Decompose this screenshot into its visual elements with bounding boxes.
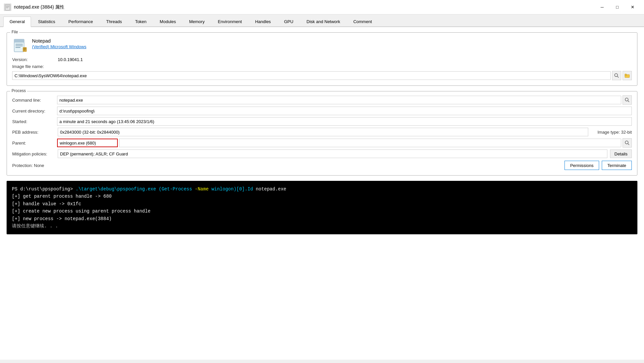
terminal-chinese: 请按任意键继续. . .	[12, 223, 58, 229]
current-dir-label: Current directory:	[12, 109, 55, 114]
terminal-line-6: 请按任意键继续. . .	[12, 222, 632, 230]
terminal-line-1: PS d:\rust\ppspoofing> .\target\debug\pp…	[12, 185, 632, 193]
image-file-folder-button[interactable]	[623, 71, 632, 80]
file-section-label: File	[10, 30, 19, 34]
command-line-row: Command line:	[12, 95, 632, 105]
version-value: 10.0.19041.1	[58, 57, 83, 62]
started-input[interactable]	[57, 117, 632, 126]
svg-rect-12	[23, 50, 25, 50]
terminal-line-2: [+] get parent process handle -> 680	[12, 193, 632, 200]
current-dir-row: Current directory:	[12, 107, 632, 115]
terminal-line-3: [+] handle value -> 0x1fc	[12, 200, 632, 208]
image-file-name-row: Image file name:	[12, 64, 632, 69]
folder-icon	[625, 73, 630, 78]
tab-threads[interactable]: Threads	[100, 16, 128, 26]
image-file-name-input[interactable]	[12, 71, 611, 80]
mitigation-label: Mitigation policies:	[12, 151, 55, 156]
parent-search-button[interactable]	[623, 138, 632, 148]
tab-gpu[interactable]: GPU	[278, 16, 300, 26]
terminal-info-3: [+] handle value -> 0x1fc	[12, 201, 81, 207]
tab-general[interactable]: General	[3, 16, 31, 27]
image-file-name-label: Image file name:	[12, 64, 55, 69]
terminal-get-process: (Get-Process	[159, 186, 195, 192]
file-app-icon	[12, 38, 28, 54]
peb-row: PEB address: Image type: 32-bit	[12, 128, 632, 136]
svg-rect-0	[5, 5, 10, 10]
svg-rect-5	[14, 39, 24, 43]
terminal-cmd-exe: .\target\debug\ppspoofing.exe	[76, 186, 159, 192]
tab-disk-and-network[interactable]: Disk and Network	[300, 16, 346, 26]
started-row: Started:	[12, 117, 632, 126]
tab-statistics[interactable]: Statistics	[32, 16, 61, 26]
tab-bar: General Statistics Performance Threads T…	[0, 15, 644, 27]
svg-point-20	[625, 141, 628, 144]
protection-label: Protection: None	[12, 163, 44, 168]
search-icon	[625, 140, 630, 146]
terminal-ps-prompt: PS d:\rust\ppspoofing>	[12, 186, 76, 192]
close-button[interactable]: ✕	[625, 2, 640, 13]
file-info: Notepad (Verified) Microsoft Windows	[32, 38, 86, 49]
protection-row: Protection: None Permissions Terminate	[12, 161, 632, 170]
command-line-input[interactable]	[57, 96, 621, 104]
svg-rect-17	[625, 74, 627, 75]
started-label: Started:	[12, 119, 55, 124]
main-content: File Notepad (Verified) Microsoft	[0, 27, 644, 360]
tab-performance[interactable]: Performance	[62, 16, 99, 26]
svg-rect-3	[6, 8, 8, 8]
tab-token[interactable]: Token	[129, 16, 153, 26]
svg-line-19	[628, 101, 629, 102]
tab-handles[interactable]: Handles	[249, 16, 277, 26]
title-bar: notepad.exe (3884) 属性 ─ □ ✕	[0, 0, 644, 15]
process-section-label: Process	[10, 88, 27, 93]
svg-rect-2	[6, 7, 9, 7]
tab-memory[interactable]: Memory	[183, 16, 211, 26]
terminal-line-4: [+] create new process using parent proc…	[12, 208, 632, 215]
image-file-search-button[interactable]	[612, 71, 621, 80]
terminal-rest: winlogon)[0].Id	[209, 186, 253, 192]
file-verified-link[interactable]: (Verified) Microsoft Windows	[32, 44, 86, 49]
search-icon	[625, 97, 630, 103]
svg-line-21	[628, 144, 629, 145]
permissions-button[interactable]: Permissions	[564, 161, 599, 170]
tab-comment[interactable]: Comment	[347, 16, 378, 26]
svg-rect-8	[16, 47, 20, 48]
terminal-line-5: [+] new process -> notepad.exe(3884)	[12, 215, 632, 222]
current-dir-input[interactable]	[57, 107, 632, 115]
terminal-output: PS d:\rust\ppspoofing> .\target\debug\pp…	[7, 181, 637, 234]
minimize-button[interactable]: ─	[595, 2, 610, 13]
tab-modules[interactable]: Modules	[153, 16, 182, 26]
svg-rect-1	[6, 6, 9, 6]
command-line-label: Command line:	[12, 98, 55, 103]
tab-environment[interactable]: Environment	[211, 16, 248, 26]
terminal-info-2: [+] get parent process handle -> 680	[12, 194, 112, 199]
mitigation-input[interactable]	[58, 149, 607, 158]
terminate-button[interactable]: Terminate	[602, 161, 632, 170]
svg-line-14	[618, 77, 619, 78]
parent-input[interactable]	[57, 139, 118, 147]
maximize-button[interactable]: □	[610, 2, 625, 13]
terminal-name-param: -Name	[195, 186, 209, 192]
file-header: Notepad (Verified) Microsoft Windows	[12, 38, 632, 54]
action-buttons: Permissions Terminate	[564, 161, 632, 170]
svg-rect-6	[16, 44, 23, 45]
file-section: File Notepad (Verified) Microsoft	[7, 32, 637, 86]
file-name: Notepad	[32, 38, 86, 44]
peb-input[interactable]	[58, 128, 588, 136]
svg-rect-11	[23, 49, 26, 50]
app-icon	[4, 4, 11, 11]
version-row: Version: 10.0.19041.1	[12, 57, 632, 62]
version-label: Version:	[12, 57, 55, 62]
details-button[interactable]: Details	[610, 149, 632, 158]
parent-row: Parent:	[12, 138, 632, 148]
terminal-info-5: [+] new process -> notepad.exe(3884)	[12, 216, 112, 221]
command-line-search-button[interactable]	[623, 95, 632, 105]
svg-point-18	[625, 98, 628, 101]
terminal-info-4: [+] create new process using parent proc…	[12, 209, 150, 214]
search-icon	[614, 73, 619, 78]
parent-label: Parent:	[12, 141, 55, 146]
window-controls: ─ □ ✕	[595, 2, 640, 13]
parent-extra-input[interactable]	[119, 139, 621, 147]
window-title: notepad.exe (3884) 属性	[14, 4, 595, 10]
command-line-input-wrapper	[57, 95, 632, 105]
image-file-input-row	[12, 71, 632, 80]
